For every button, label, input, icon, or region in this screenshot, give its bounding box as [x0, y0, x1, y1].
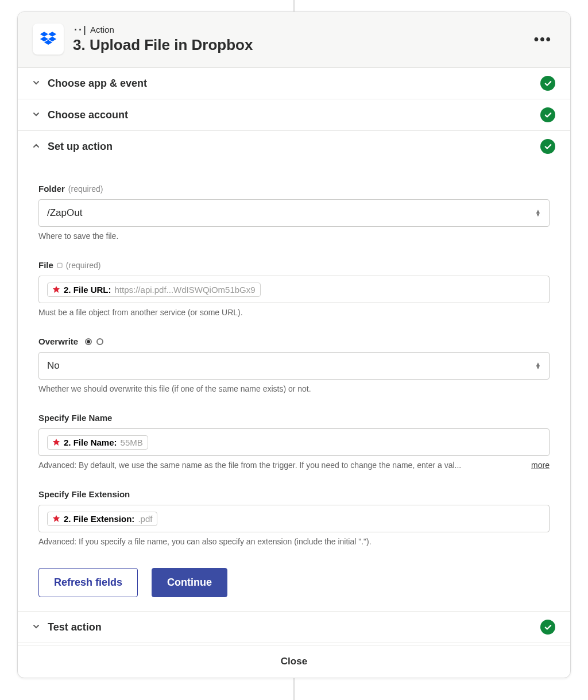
- field-folder: Folder (required) /ZapOut ▲▼ Where to sa…: [38, 184, 550, 241]
- field-label: Overwrite: [38, 337, 550, 346]
- help-text: Whether we should overwrite this file (i…: [38, 384, 550, 393]
- folder-select[interactable]: /ZapOut ▲▼: [38, 199, 550, 227]
- header-eyebrow-text: Action: [90, 25, 114, 34]
- help-text: Advanced: By default, we use the same na…: [38, 461, 527, 470]
- dropbox-icon: [38, 29, 58, 49]
- field-overwrite: Overwrite No ▲▼ Whether we should overwr…: [38, 337, 550, 393]
- file-input[interactable]: 2. File URL: https://api.pdf...WdISWQiOm…: [38, 276, 550, 303]
- svg-marker-6: [53, 439, 60, 446]
- action-buttons: Refresh fields Continue: [38, 568, 550, 597]
- section-choose-account[interactable]: Choose account: [18, 99, 570, 131]
- radio-option[interactable]: [96, 338, 103, 345]
- select-caret-icon: ▲▼: [535, 362, 541, 369]
- section-label: Choose app & event: [48, 78, 540, 90]
- field-label: Specify File Extension: [38, 489, 550, 499]
- setup-action-form: Folder (required) /ZapOut ▲▼ Where to sa…: [18, 162, 570, 612]
- help-text: Must be a file object from another servi…: [38, 308, 550, 317]
- field-file: File ▢ (required) 2. File URL: https://a…: [38, 260, 550, 317]
- section-label: Set up action: [48, 141, 540, 153]
- overwrite-value: No: [47, 360, 60, 372]
- pdfco-icon: [52, 438, 60, 446]
- label-text: Overwrite: [38, 337, 78, 346]
- mapped-token-file-extension[interactable]: 2. File Extension: .pdf: [47, 512, 157, 526]
- header-eyebrow: ··| Action: [73, 25, 521, 35]
- field-file-extension: Specify File Extension 2. File Extension…: [38, 489, 550, 546]
- header-title: 3. Upload File in Dropbox: [73, 36, 521, 54]
- status-complete-icon: [540, 107, 555, 122]
- field-label: Folder (required): [38, 184, 550, 194]
- required-hint: (required): [68, 184, 103, 194]
- refresh-fields-button[interactable]: Refresh fields: [38, 568, 138, 597]
- label-text: Specify File Extension: [38, 489, 130, 499]
- label-text: Specify File Name: [38, 413, 112, 423]
- token-value: 55MB: [121, 438, 143, 447]
- select-caret-icon: ▲▼: [535, 210, 541, 216]
- field-label: Specify File Name: [38, 413, 550, 423]
- app-icon-dropbox: [33, 24, 64, 55]
- token-value: https://api.pdf...WdISWQiOm51bGx9: [115, 285, 256, 295]
- flow-connector-top: [293, 0, 295, 11]
- token-value: .pdf: [138, 514, 152, 524]
- token-label: 2. File URL:: [64, 285, 111, 295]
- field-label: File ▢ (required): [38, 260, 550, 270]
- chevron-down-icon: [33, 111, 43, 119]
- pdfco-icon: [52, 285, 60, 293]
- help-text: Where to save the file.: [38, 231, 550, 241]
- close-button[interactable]: Close: [18, 645, 570, 678]
- pdfco-icon: [52, 515, 60, 523]
- action-glyph-icon: ··|: [73, 25, 87, 35]
- svg-marker-0: [40, 32, 48, 37]
- radio-option-selected[interactable]: [85, 338, 92, 345]
- status-complete-icon: [540, 76, 555, 91]
- token-label: 2. File Extension:: [64, 514, 134, 524]
- chevron-up-icon: [33, 142, 43, 151]
- status-complete-icon: [540, 620, 555, 635]
- overflow-menu-button[interactable]: •••: [531, 29, 555, 49]
- status-complete-icon: [540, 139, 555, 154]
- overwrite-select[interactable]: No ▲▼: [38, 352, 550, 380]
- chevron-down-icon: [33, 623, 43, 632]
- svg-marker-5: [53, 286, 60, 293]
- overwrite-type-toggle[interactable]: [85, 338, 103, 345]
- file-type-icon: ▢: [57, 261, 63, 269]
- token-label: 2. File Name:: [64, 438, 117, 447]
- svg-marker-1: [48, 32, 56, 37]
- file-name-input[interactable]: 2. File Name: 55MB: [38, 428, 550, 456]
- file-extension-input[interactable]: 2. File Extension: .pdf: [38, 505, 550, 532]
- header-meta: ··| Action 3. Upload File in Dropbox: [73, 25, 521, 54]
- flow-connector-bottom: [293, 678, 295, 700]
- section-label: Test action: [48, 621, 540, 633]
- required-hint: (required): [66, 261, 101, 270]
- label-text: File: [38, 260, 53, 270]
- chevron-down-icon: [33, 79, 43, 88]
- section-setup-action[interactable]: Set up action: [18, 131, 570, 162]
- mapped-token-file-url[interactable]: 2. File URL: https://api.pdf...WdISWQiOm…: [47, 283, 261, 297]
- panel-header: ··| Action 3. Upload File in Dropbox •••: [18, 12, 570, 68]
- action-step-panel: ··| Action 3. Upload File in Dropbox •••…: [17, 11, 571, 678]
- section-label: Choose account: [48, 109, 540, 121]
- section-test-action[interactable]: Test action: [18, 612, 570, 643]
- label-text: Folder: [38, 184, 65, 194]
- help-text: Advanced: If you specify a file name, yo…: [38, 537, 550, 546]
- svg-marker-7: [53, 515, 60, 522]
- field-file-name: Specify File Name 2. File Name: 55MB Adv…: [38, 413, 550, 470]
- folder-value: /ZapOut: [47, 207, 82, 219]
- section-choose-app[interactable]: Choose app & event: [18, 68, 570, 99]
- continue-button[interactable]: Continue: [152, 568, 227, 597]
- mapped-token-file-name[interactable]: 2. File Name: 55MB: [47, 435, 148, 450]
- more-link[interactable]: more: [531, 461, 550, 470]
